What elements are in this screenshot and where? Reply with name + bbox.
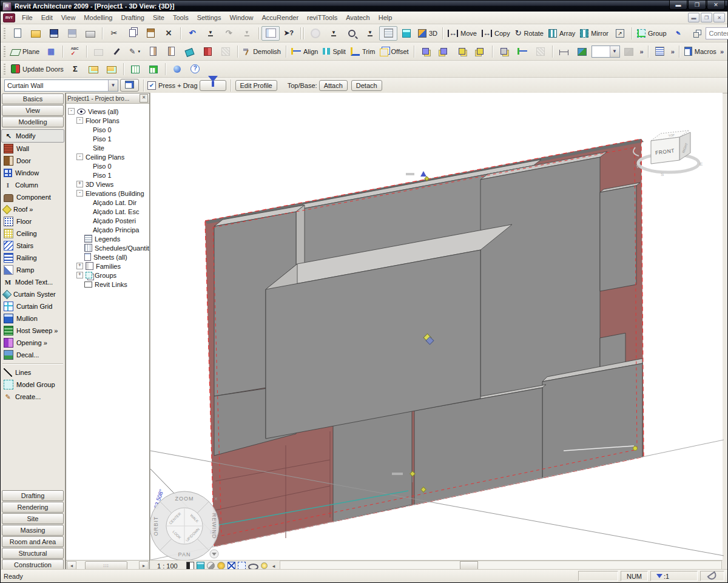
- work-plane-button[interactable]: Plane: [8, 44, 42, 59]
- view-cube[interactable]: W S E N FRONT RIGHT TOP: [633, 130, 703, 177]
- minimize-button[interactable]: ▬: [669, 1, 687, 10]
- trim-button[interactable]: Trim: [348, 44, 378, 59]
- project-browser-header[interactable]: Project1 - Project bro... ✕: [66, 93, 149, 104]
- tree-item-al-ado-lat-esc[interactable]: Alçado Lat. Esc: [66, 207, 149, 216]
- unjoin-geometry-button[interactable]: [435, 44, 453, 59]
- design-tab-drafting[interactable]: Drafting: [2, 490, 64, 501]
- wheel-rewind[interactable]: REWIND: [211, 513, 217, 539]
- tree-item-groups[interactable]: +Groups: [66, 271, 149, 280]
- collapse-arrow-icon[interactable]: ◂: [272, 563, 275, 569]
- design-tab-structural[interactable]: Structural: [2, 548, 64, 559]
- compass-s[interactable]: S: [661, 172, 664, 177]
- menu-modelling[interactable]: Modelling: [79, 12, 116, 23]
- menu-revittools[interactable]: reviTTools: [303, 12, 342, 23]
- scale-button[interactable]: ↗: [611, 26, 629, 41]
- toolbar-overflow-chevron[interactable]: »: [720, 48, 724, 55]
- design-tab-modelling[interactable]: Modelling: [2, 116, 64, 127]
- properties-button[interactable]: [120, 79, 139, 92]
- move-button[interactable]: ↔Move: [445, 26, 479, 41]
- content-search-input[interactable]: [708, 29, 728, 38]
- design-tool-column[interactable]: IColumn: [1, 179, 64, 191]
- curtain-panel[interactable]: [600, 183, 640, 291]
- toolbar-grip[interactable]: [4, 64, 5, 75]
- save-to-central-button[interactable]: [63, 26, 81, 41]
- join-geometry-button[interactable]: [417, 44, 435, 59]
- design-tool-floor[interactable]: Floor: [1, 215, 64, 227]
- undo-dropdown[interactable]: ▼: [201, 26, 220, 41]
- menu-help[interactable]: Help: [374, 12, 397, 23]
- align-button[interactable]: Align: [289, 44, 320, 59]
- menu-drafting[interactable]: Drafting: [116, 12, 149, 23]
- view-dropdown[interactable]: ▼: [325, 26, 343, 41]
- beam-joins-button[interactable]: [513, 44, 531, 59]
- cope-button[interactable]: [217, 44, 235, 59]
- macros-button[interactable]: Macros: [682, 44, 719, 59]
- reveal-hidden-icon[interactable]: [261, 562, 268, 569]
- context-help-button[interactable]: ➤?: [280, 26, 298, 41]
- design-tool-door[interactable]: Door: [1, 155, 64, 167]
- pin-button[interactable]: ✒: [669, 26, 687, 41]
- wheel-zoom[interactable]: ZOOM: [175, 496, 194, 502]
- design-tab-view[interactable]: View: [2, 105, 64, 116]
- rotate-button[interactable]: ↻Rotate: [513, 26, 546, 41]
- dormer-opening-button[interactable]: [162, 44, 180, 59]
- tree-item-piso-0[interactable]: Piso 0: [66, 125, 149, 134]
- project-browser-toggle[interactable]: [261, 26, 280, 41]
- design-tool-wall[interactable]: Wall: [1, 143, 64, 155]
- attach-button[interactable]: Attach: [319, 80, 348, 91]
- edit-profile-button[interactable]: Edit Profile: [235, 80, 277, 91]
- avatech-button[interactable]: [168, 62, 186, 76]
- wheel-orbit[interactable]: ORBIT: [153, 516, 159, 536]
- tree-item-elevations-building[interactable]: -Elevations (Building: [66, 189, 149, 198]
- mdi-close-button[interactable]: ✕: [713, 13, 725, 22]
- design-tool-host-sweep[interactable]: Host Sweep »: [1, 325, 64, 337]
- design-tab-room-and-area[interactable]: Room and Area: [2, 536, 64, 547]
- design-tab-massing[interactable]: Massing: [2, 525, 64, 536]
- design-tool-curtain-syster[interactable]: Curtain Syster: [1, 288, 64, 300]
- toolbar-grip[interactable]: [4, 46, 5, 57]
- design-tool-railing[interactable]: Railing: [1, 252, 64, 264]
- mirror-button[interactable]: Mirror: [578, 26, 611, 41]
- restore-button[interactable]: ❐: [688, 1, 706, 10]
- close-icon[interactable]: ✕: [140, 94, 148, 103]
- collapse-icon[interactable]: -: [76, 117, 83, 124]
- design-tool-decal[interactable]: Decal...: [1, 349, 64, 361]
- design-options-button[interactable]: [651, 44, 669, 59]
- cut-geometry-button[interactable]: [453, 44, 471, 59]
- component-tool-button[interactable]: [89, 44, 107, 59]
- import-schedule-button[interactable]: [126, 62, 144, 76]
- wheel-close-icon[interactable]: ×: [214, 496, 218, 502]
- chevron-down-icon[interactable]: ▼: [108, 80, 118, 91]
- attach-detach-button[interactable]: [531, 44, 550, 59]
- tree-item-floor-plans[interactable]: -Floor Plans: [66, 116, 149, 125]
- uncut-geometry-button[interactable]: [471, 44, 490, 59]
- menu-file[interactable]: File: [18, 12, 37, 23]
- group-button[interactable]: Group: [635, 26, 669, 41]
- tree-item-al-ado-posteri[interactable]: Alçado Posteri: [66, 216, 149, 225]
- export-schedule-button[interactable]: [144, 62, 163, 76]
- link-button[interactable]: [687, 26, 706, 41]
- compass-e[interactable]: E: [699, 161, 703, 167]
- design-tool-window[interactable]: Window: [1, 167, 64, 179]
- design-tool-create[interactable]: ✎Create...: [1, 391, 64, 403]
- default-3d-button[interactable]: [397, 26, 416, 41]
- press-drag-checkbox[interactable]: ✔: [147, 81, 156, 90]
- steering-wheel[interactable]: ZOOM PAN ORBIT REWIND CENTER WALK LOOK U…: [150, 491, 219, 560]
- tree-item-families[interactable]: +Families: [66, 261, 149, 271]
- status-comm-center[interactable]: [700, 571, 724, 581]
- grid-button[interactable]: ▦: [42, 44, 60, 59]
- render-preset-select[interactable]: ▼: [592, 45, 620, 58]
- tree-item-views-all[interactable]: -Views (all): [66, 107, 149, 116]
- tree-item-revit-links[interactable]: Revit Links: [66, 280, 149, 289]
- dimension-button[interactable]: [555, 44, 573, 59]
- zoom-dropdown[interactable]: ▼: [361, 26, 379, 41]
- mdi-restore-button[interactable]: ❐: [701, 13, 712, 22]
- menu-avatech[interactable]: Avatech: [342, 12, 374, 23]
- design-tool-curtain-grid[interactable]: Curtain Grid: [1, 300, 64, 312]
- toolbar-overflow-chevron[interactable]: »: [671, 48, 675, 55]
- design-tool-lines[interactable]: Lines: [1, 366, 64, 379]
- status-filter[interactable]: :1: [650, 571, 698, 581]
- cut-button[interactable]: ✂: [105, 26, 123, 41]
- copy-clipboard-button[interactable]: [123, 26, 141, 41]
- toolbar-grip[interactable]: [4, 28, 5, 39]
